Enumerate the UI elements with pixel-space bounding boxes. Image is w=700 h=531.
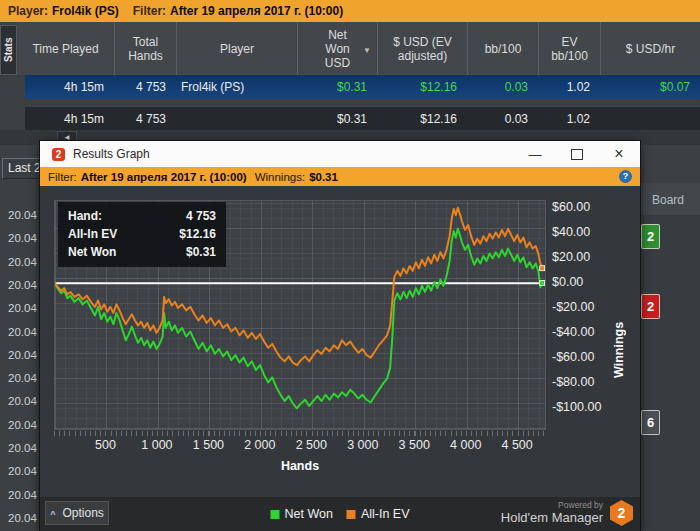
- tooltip-allin-ev-value: $12.16: [179, 225, 216, 243]
- minimize-icon: —: [529, 147, 542, 162]
- session-time[interactable]: 20.04: [0, 297, 44, 320]
- cell-bb100: 0.03: [467, 75, 538, 99]
- session-time[interactable]: 20.04: [0, 344, 44, 367]
- table-row-summary[interactable]: 4h 15m 4 753 $0.31 $12.16 0.03 1.02: [25, 107, 700, 130]
- tooltip-hand-label: Hand:: [68, 207, 102, 225]
- maximize-button[interactable]: [556, 141, 598, 167]
- cell-usd-ev: $12.16: [377, 75, 467, 99]
- y-axis-tick-label: -$20.00: [552, 300, 594, 314]
- y-axis-tick-label: -$100.00: [552, 400, 601, 414]
- window-titlebar[interactable]: 2 Results Graph — ×: [40, 141, 640, 167]
- legend-all-in-ev-label: All-In EV: [361, 507, 410, 521]
- column-header-total-hands[interactable]: Total Hands: [114, 22, 176, 75]
- graph-filter-label: Filter:: [48, 171, 77, 183]
- y-axis-tick-label: $20.00: [552, 250, 590, 264]
- session-time[interactable]: 20.04: [0, 274, 44, 297]
- x-axis-title: Hands: [270, 459, 330, 473]
- board-column-header: Board: [640, 183, 700, 215]
- maximize-icon: [571, 149, 583, 160]
- cell-usd-hr: $0.07: [600, 75, 700, 99]
- tooltip-allin-ev-label: All-In EV: [68, 225, 117, 243]
- y-axis-tick-label: -$60.00: [552, 350, 594, 364]
- legend-item-net-won: Net Won: [270, 507, 332, 521]
- chart-legend: Net Won All-In EV: [270, 497, 409, 531]
- powered-by-line2: Hold'em Manager: [501, 511, 603, 525]
- filter-value: After 19 апреля 2017 г. (10:00): [170, 4, 343, 18]
- y-axis-tick-label: -$40.00: [552, 325, 594, 339]
- legend-net-won-label: Net Won: [284, 507, 332, 521]
- player-filter-bar: Player:Frol4ik (PS)Filter:After 19 апрел…: [0, 0, 700, 22]
- legend-item-all-in-ev: All-In EV: [347, 507, 410, 521]
- column-header-bb100[interactable]: bb/100: [467, 22, 538, 75]
- session-time[interactable]: 20.04: [0, 367, 44, 390]
- y-axis-tick-label: $0.00: [552, 275, 583, 289]
- session-time[interactable]: 20.04: [0, 251, 44, 274]
- player-value: Frol4ik (PS): [52, 4, 119, 18]
- chart-tooltip: Hand:4 753 All-In EV$12.16 Net Won$0.31: [58, 202, 226, 267]
- graph-filter-value: After 19 апреля 2017 г. (10:00): [81, 171, 247, 183]
- player-label: Player:: [8, 4, 48, 18]
- board-header-label: Board: [652, 193, 684, 207]
- session-time[interactable]: 20.04: [0, 484, 44, 507]
- graph-filter-bar: Filter: After 19 апреля 2017 г. (10:00) …: [40, 167, 640, 186]
- board-column-body: [640, 215, 700, 531]
- column-header-net-won-label: Net Won USD: [316, 28, 360, 70]
- minimize-button[interactable]: —: [514, 141, 556, 167]
- session-time[interactable]: 20.04: [0, 414, 44, 437]
- board-card-spades: 6: [641, 410, 660, 435]
- column-header-player[interactable]: Player: [176, 22, 297, 75]
- cell-player: Frol4ik (PS): [176, 75, 297, 99]
- column-header-usd-hr[interactable]: $ USD/hr: [600, 22, 700, 75]
- y-axis-tick-label: -$80.00: [552, 375, 594, 389]
- results-graph-window: 2 Results Graph — × Filter: After 19 апр…: [40, 141, 640, 531]
- close-icon: ×: [614, 145, 623, 163]
- y-axis-title: Winnings: [612, 286, 626, 378]
- chevron-up-icon: ^: [50, 509, 55, 519]
- session-time[interactable]: 20.04: [0, 227, 44, 250]
- stats-table-header: Time Played Total Hands Player Net Won U…: [17, 22, 700, 75]
- table-row-selected[interactable]: 4h 15m 4 753 Frol4ik (PS) $0.31 $12.16 0…: [25, 75, 700, 99]
- session-time[interactable]: 20.04: [0, 507, 44, 530]
- cell-ev-bb100: 1.02: [538, 75, 600, 99]
- close-button[interactable]: ×: [598, 141, 640, 167]
- cell-ev-bb100: 1.02: [538, 107, 600, 130]
- filter-label: Filter:: [133, 4, 166, 18]
- window-title: Results Graph: [73, 147, 150, 161]
- graph-bottom-bar: ^ Options Net Won All-In EV Powered by H…: [40, 497, 640, 531]
- tab-stats[interactable]: Stats: [0, 25, 17, 75]
- cell-net-won: $0.31: [297, 107, 377, 130]
- cell-bb100: 0.03: [467, 107, 538, 130]
- session-time[interactable]: 20.04: [0, 204, 44, 227]
- board-card-hearts: 2: [641, 294, 660, 319]
- winnings-value: $0.31: [309, 171, 338, 183]
- options-button-label: Options: [62, 506, 103, 520]
- column-header-ev-bb100[interactable]: EV bb/100: [538, 22, 600, 75]
- net-won-swatch-icon: [270, 510, 279, 519]
- help-icon[interactable]: ?: [619, 170, 632, 183]
- column-header-usd-ev[interactable]: $ USD (EV adjusted): [377, 22, 467, 75]
- cell-time: 4h 15m: [25, 75, 114, 99]
- options-button[interactable]: ^ Options: [45, 501, 109, 525]
- cell-net-won: $0.31: [297, 75, 377, 99]
- column-header-net-won[interactable]: Net Won USD ▼: [297, 22, 377, 75]
- all-in-ev-swatch-icon: [347, 510, 356, 519]
- session-list: 20.0420.0420.0420.0420.0420.0420.0420.04…: [0, 204, 44, 531]
- powered-by: Powered by Hold'em Manager 2: [501, 500, 633, 526]
- cell-hands: 4 753: [114, 107, 176, 130]
- cell-hands: 4 753: [114, 75, 176, 99]
- cell-usd-ev: $12.16: [377, 107, 467, 130]
- x-axis-minor-ticks: [54, 431, 546, 436]
- session-time[interactable]: 20.04: [0, 437, 44, 460]
- results-chart: Hand:4 753 All-In EV$12.16 Net Won$0.31 …: [40, 186, 640, 497]
- y-axis-tick-label: $40.00: [552, 225, 590, 239]
- y-axis-tick-label: $60.00: [552, 200, 590, 214]
- session-time[interactable]: 20.04: [0, 321, 44, 344]
- board-card-clubs: 2: [641, 224, 660, 249]
- cell-player: [176, 107, 297, 130]
- column-header-time-played[interactable]: Time Played: [17, 22, 114, 75]
- sort-desc-icon[interactable]: ▼: [363, 44, 371, 58]
- cell-time: 4h 15m: [25, 107, 114, 130]
- session-time[interactable]: 20.04: [0, 460, 44, 483]
- session-time[interactable]: 20.04: [0, 390, 44, 413]
- tooltip-net-won-label: Net Won: [68, 243, 116, 261]
